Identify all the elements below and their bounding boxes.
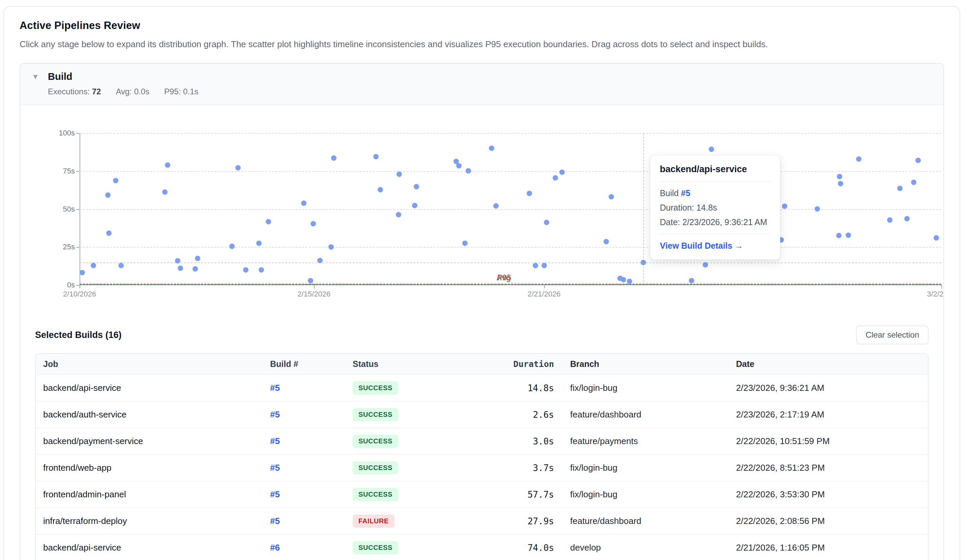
scatter-dot[interactable] (91, 263, 96, 268)
table-row[interactable]: frontend/admin-panel #5 SUCCESS 57.7s fi… (36, 481, 929, 508)
build-number-link[interactable]: #6 (270, 542, 280, 553)
build-number-link[interactable]: #5 (270, 516, 280, 526)
y-axis-tick-label: 50s (63, 205, 75, 214)
scatter-dot[interactable] (106, 231, 112, 236)
scatter-dot[interactable] (604, 239, 609, 244)
gridline (79, 285, 941, 286)
page-card: Active Pipelines Review Click any stage … (3, 6, 960, 560)
scatter-dot[interactable] (301, 201, 307, 206)
scatter-dot[interactable] (837, 174, 842, 179)
scatter-dot[interactable] (229, 244, 235, 249)
scatter-dot[interactable] (195, 256, 200, 261)
scatter-dot[interactable] (838, 181, 843, 186)
scatter-dot[interactable] (266, 219, 271, 224)
scatter-dot[interactable] (934, 235, 939, 240)
scatter-dot[interactable] (887, 217, 893, 223)
scatter-dot[interactable] (904, 216, 910, 221)
branch-cell: feature/payments (557, 428, 736, 455)
scatter-dot[interactable] (541, 263, 547, 268)
scatter-dot[interactable] (79, 270, 85, 275)
x-axis-tick-label: 3/2/2026 (927, 290, 944, 298)
p95-reference-line (79, 284, 941, 284)
scatter-dot[interactable] (465, 168, 471, 173)
scatter-dot[interactable] (609, 194, 614, 199)
clear-selection-button[interactable]: Clear selection (856, 326, 929, 344)
scatter-dot[interactable] (456, 163, 462, 168)
scatter-dot[interactable] (782, 204, 787, 209)
page-description: Click any stage below to expand its dist… (20, 39, 944, 49)
scatter-dot[interactable] (317, 258, 323, 263)
scatter-dot[interactable] (412, 203, 417, 208)
build-number-link[interactable]: #5 (270, 409, 280, 420)
scatter-dot[interactable] (165, 162, 170, 168)
scatter-dot[interactable] (396, 212, 401, 217)
scatter-dot[interactable] (328, 244, 334, 250)
scatter-dot[interactable] (815, 206, 820, 212)
scatter-dot[interactable] (462, 240, 468, 246)
scatter-dot[interactable] (544, 220, 549, 225)
build-number-link[interactable]: #5 (270, 383, 280, 393)
build-number-link[interactable]: #5 (270, 436, 280, 446)
scatter-dot[interactable] (193, 266, 198, 272)
job-cell: backend/auth-service (36, 401, 270, 428)
y-axis-tick-label: 25s (63, 242, 75, 251)
status-badge: SUCCESS (353, 461, 398, 474)
scatter-dot[interactable] (836, 233, 842, 238)
scatter-dot[interactable] (856, 156, 861, 162)
table-row[interactable]: infra/terraform-deploy #5 FAILURE 27.9s … (36, 508, 929, 534)
scatter-dot[interactable] (897, 186, 903, 191)
scatter-dot[interactable] (709, 147, 714, 152)
scatter-dot[interactable] (911, 180, 916, 185)
scatter-dot[interactable] (553, 175, 558, 181)
build-number-link[interactable]: #5 (270, 489, 280, 499)
table-row[interactable]: frontend/web-app #5 SUCCESS 3.7s fix/log… (36, 455, 929, 481)
scatter-dot[interactable] (178, 265, 183, 271)
stage-header[interactable]: ▼ Build Executions: 72 Avg: 0.0s P95: 0.… (20, 64, 943, 105)
scatter-dot[interactable] (378, 187, 383, 193)
build-number-cell: #5 (270, 375, 353, 401)
scatter-dot[interactable] (846, 232, 851, 238)
stat-p95: P95: 0.1s (164, 87, 198, 96)
table-row[interactable]: backend/api-service #5 SUCCESS 14.8s fix… (36, 375, 929, 401)
y-axis-tick-mark (76, 209, 79, 210)
scatter-dot[interactable] (627, 278, 632, 284)
scatter-dot[interactable] (559, 170, 565, 175)
scatter-dot[interactable] (113, 178, 118, 183)
scatter-dot[interactable] (414, 184, 419, 189)
x-axis-tick-mark (544, 285, 545, 288)
build-number-link[interactable]: #5 (270, 463, 280, 473)
scatter-dot[interactable] (308, 278, 313, 283)
table-row[interactable]: backend/api-service #6 SUCCESS 74.0s dev… (36, 534, 929, 560)
scatter-dot[interactable] (162, 189, 168, 195)
gridline (79, 133, 941, 134)
scatter-dot[interactable] (235, 165, 241, 171)
scatter-dot[interactable] (243, 267, 249, 273)
scatter-dot[interactable] (526, 191, 532, 196)
scatter-dot[interactable] (373, 154, 379, 160)
scatter-dot[interactable] (621, 277, 626, 282)
scatter-dot[interactable] (105, 193, 111, 198)
scatter-dot[interactable] (310, 221, 316, 226)
table-row[interactable]: backend/payment-service #5 SUCCESS 3.0s … (36, 428, 929, 455)
tooltip-build-link[interactable]: #5 (681, 188, 690, 198)
collapse-triangle-icon[interactable]: ▼ (32, 72, 40, 81)
scatter-dot[interactable] (916, 158, 921, 163)
scatter-dot[interactable] (396, 171, 402, 177)
scatter-dot[interactable] (259, 267, 264, 273)
build-number-cell: #5 (270, 401, 353, 428)
status-cell: SUCCESS (353, 534, 471, 560)
table-row[interactable]: backend/auth-service #5 SUCCESS 2.6s fea… (36, 401, 929, 428)
scatter-dot[interactable] (533, 263, 538, 268)
scatter-dot[interactable] (493, 203, 499, 209)
scatter-dot[interactable] (256, 240, 262, 246)
view-build-details-link[interactable]: View Build Details → (660, 241, 743, 251)
scatter-dot[interactable] (689, 278, 694, 283)
scatter-dot[interactable] (331, 155, 337, 161)
scatter-dot[interactable] (118, 263, 124, 268)
scatter-dot[interactable] (175, 258, 180, 264)
plot-area[interactable]: 100s75s50s25s0s Avg P95 2/10/20262/15/20… (79, 133, 941, 285)
scatter-dot[interactable] (703, 262, 708, 267)
scatter-dot[interactable] (489, 145, 494, 151)
status-badge: SUCCESS (353, 381, 398, 395)
scatter-dot[interactable] (640, 260, 646, 265)
